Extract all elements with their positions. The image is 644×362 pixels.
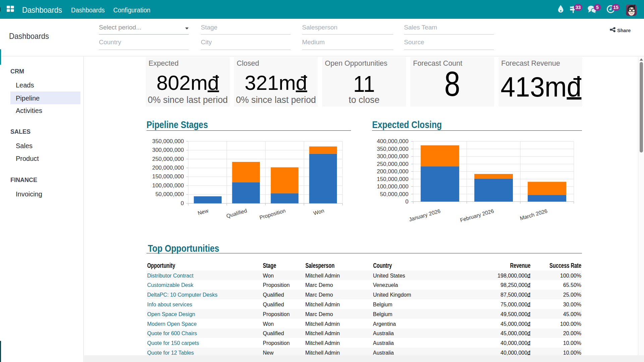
svg-text:50,000,000: 50,000,000 xyxy=(380,191,408,197)
svg-text:0: 0 xyxy=(181,200,184,206)
svg-text:March 2026: March 2026 xyxy=(519,208,548,222)
svg-text:250,000,000: 250,000,000 xyxy=(152,156,184,162)
svg-text:300,000,000: 300,000,000 xyxy=(152,147,184,153)
svg-text:100,000,000: 100,000,000 xyxy=(152,182,184,189)
svg-text:200,000,000: 200,000,000 xyxy=(152,165,184,171)
svg-text:Qualified: Qualified xyxy=(226,208,247,219)
svg-text:200,000,000: 200,000,000 xyxy=(377,168,409,175)
svg-text:Proposition: Proposition xyxy=(259,208,286,221)
svg-text:300,000,000: 300,000,000 xyxy=(377,153,409,160)
svg-text:250,000,000: 250,000,000 xyxy=(377,161,409,167)
svg-text:50,000,000: 50,000,000 xyxy=(155,191,184,197)
svg-text:350,000,000: 350,000,000 xyxy=(377,146,409,152)
svg-text:New: New xyxy=(197,207,209,216)
svg-text:100,000,000: 100,000,000 xyxy=(377,183,409,190)
svg-text:150,000,000: 150,000,000 xyxy=(152,173,184,180)
svg-text:January 2026: January 2026 xyxy=(408,208,441,223)
svg-text:350,000,000: 350,000,000 xyxy=(152,138,184,144)
svg-text:February 2026: February 2026 xyxy=(459,208,494,223)
svg-text:Won: Won xyxy=(313,208,325,216)
svg-text:150,000,000: 150,000,000 xyxy=(377,176,409,182)
svg-text:0: 0 xyxy=(405,198,408,205)
svg-text:400,000,000: 400,000,000 xyxy=(377,138,409,144)
